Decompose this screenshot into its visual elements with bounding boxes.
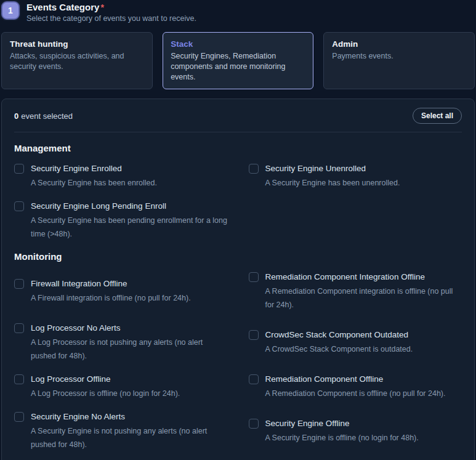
event-title: Remediation Component Offline: [265, 374, 446, 385]
event-checkbox[interactable]: [14, 374, 24, 384]
category-card-stack[interactable]: Stack Security Engines, Remediation comp…: [163, 32, 314, 89]
group-heading-monitoring: Monitoring: [14, 251, 462, 262]
event-description: A Remediation Component integration is o…: [265, 284, 462, 312]
event-checkbox[interactable]: [14, 164, 24, 174]
events-panel: 0event selected Select all Management Se…: [1, 99, 475, 460]
event-checkbox[interactable]: [249, 164, 259, 174]
event-title: Security Engine Long Pending Enroll: [31, 201, 228, 212]
selected-count: 0: [14, 111, 18, 121]
selected-count-label: event selected: [21, 111, 73, 121]
event-title: Security Engine No Alerts: [31, 411, 228, 422]
event-checkbox[interactable]: [249, 272, 259, 282]
selected-count-line: 0event selected: [14, 111, 73, 121]
event-item-firewall-integration-offline[interactable]: Firewall Integration Offline A Firewall …: [14, 278, 228, 305]
event-description: A Log Processor is offline (no login for…: [31, 387, 180, 400]
event-item-log-processor-offline[interactable]: Log Processor Offline A Log Processor is…: [14, 374, 228, 400]
event-item-security-engine-no-alerts[interactable]: Security Engine No Alerts A Security Eng…: [14, 411, 228, 451]
event-item-security-engine-long-pending-enroll[interactable]: Security Engine Long Pending Enroll A Se…: [14, 201, 228, 241]
event-description: A Security Engine is offline (no login f…: [265, 431, 419, 445]
event-title: Security Engine Offline: [265, 418, 419, 429]
event-checkbox[interactable]: [14, 201, 24, 211]
required-asterisk: *: [100, 2, 103, 12]
event-description: A Log Processor is not pushing any alert…: [31, 336, 228, 363]
management-events-grid: Security Engine Enrolled A Security Engi…: [14, 163, 462, 241]
event-checkbox[interactable]: [14, 279, 24, 289]
card-title: Threat hunting: [10, 39, 144, 49]
event-description: A Security Engine has been unenrolled.: [265, 176, 400, 190]
event-checkbox[interactable]: [14, 323, 24, 333]
card-description: Payments events.: [332, 51, 466, 62]
event-title: Security Engine Enrolled: [31, 163, 157, 174]
event-title: Log Processor Offline: [31, 374, 180, 385]
event-title: Security Engine Unenrolled: [265, 163, 400, 174]
card-description: Attacks, suspicious activities, and secu…: [10, 51, 144, 72]
event-item-security-engine-unenrolled[interactable]: Security Engine Unenrolled A Security En…: [249, 163, 462, 190]
event-item-log-processor-no-alerts[interactable]: Log Processor No Alerts A Log Processor …: [14, 323, 228, 363]
event-item-security-engine-offline[interactable]: Security Engine Offline A Security Engin…: [249, 418, 462, 445]
page-title: Events Category*: [26, 2, 196, 13]
page-subtitle: Select the category of events you want t…: [26, 14, 196, 23]
event-item-crowdsec-stack-component-outdated[interactable]: CrowdSec Stack Component Outdated A Crow…: [249, 329, 462, 356]
event-checkbox[interactable]: [14, 412, 24, 422]
event-description: A CrowdSec Stack Component is outdated.: [265, 342, 413, 356]
event-description: A Security Engine has been enrolled.: [31, 176, 157, 190]
event-description: A Firewall integration is offline (no pu…: [31, 291, 191, 305]
event-checkbox[interactable]: [249, 374, 259, 384]
event-checkbox[interactable]: [249, 330, 259, 340]
card-title: Admin: [332, 39, 466, 49]
event-item-security-engine-enrolled[interactable]: Security Engine Enrolled A Security Engi…: [14, 163, 228, 190]
select-all-button[interactable]: Select all: [413, 108, 462, 124]
events-panel-header: 0event selected Select all: [14, 108, 462, 132]
event-checkbox[interactable]: [249, 419, 259, 429]
event-description: A Remediation Component is offline (no p…: [265, 387, 446, 400]
events-category-header: 1 Events Category* Select the category o…: [1, 1, 475, 23]
event-title: Log Processor No Alerts: [31, 323, 228, 334]
card-title: Stack: [171, 39, 305, 49]
page-title-text: Events Category: [26, 2, 99, 12]
event-description: A Security Engine is not pushing any ale…: [31, 424, 228, 451]
event-description: A Security Engine has been pending enrol…: [31, 214, 228, 241]
category-card-admin[interactable]: Admin Payments events.: [323, 32, 475, 89]
monitoring-events-grid: Firewall Integration Offline A Firewall …: [14, 272, 462, 451]
card-description: Security Engines, Remediation components…: [171, 51, 305, 83]
event-item-remediation-component-offline[interactable]: Remediation Component Offline A Remediat…: [249, 374, 462, 400]
event-title: Firewall Integration Offline: [31, 278, 191, 289]
category-card-threat-hunting[interactable]: Threat hunting Attacks, suspicious activ…: [1, 32, 153, 89]
group-heading-management: Management: [14, 143, 462, 153]
event-title: CrowdSec Stack Component Outdated: [265, 329, 413, 341]
event-title: Remediation Component Integration Offlin…: [265, 272, 462, 283]
category-cards: Threat hunting Attacks, suspicious activ…: [1, 32, 475, 89]
step-number-badge: 1: [1, 1, 20, 20]
event-item-remediation-component-integration-offline[interactable]: Remediation Component Integration Offlin…: [249, 272, 462, 312]
